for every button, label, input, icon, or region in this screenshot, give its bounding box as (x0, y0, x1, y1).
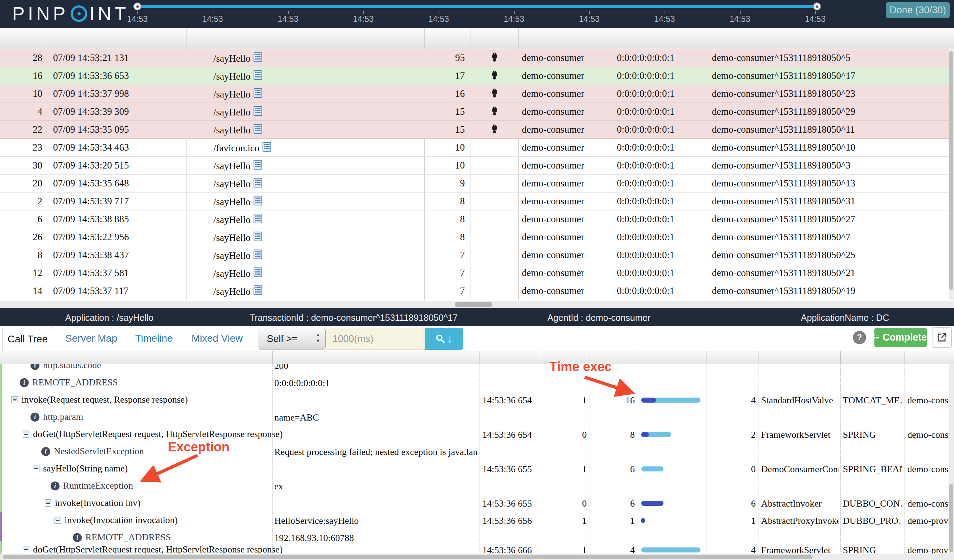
transaction-info-bar: Application : /sayHello TransactionId : … (0, 308, 954, 326)
transaction-row[interactable]: 2207/09 14:53:35 095/sayHello15demo-cons… (0, 121, 954, 139)
call-tree-row[interactable]: iREMOTE_ADDRESS0:0:0:0:0:0:0:1 (0, 374, 949, 392)
transaction-number: 16 (0, 70, 42, 81)
call-tree-exec-ms: 4 (591, 545, 635, 554)
transaction-row[interactable]: 407/09 14:53:39 309/sayHello15demo-consu… (0, 103, 954, 121)
call-tree-row[interactable]: invoke(Invocation invocation)HelloServic… (0, 512, 949, 529)
call-tree-horizontal-scrollbar-thumb[interactable] (3, 555, 813, 559)
flame-icon (491, 89, 499, 100)
done-button[interactable]: Done (30/30) (886, 2, 950, 18)
transactions-table-body: 2807/09 14:53:21 131/sayHello95demo-cons… (0, 49, 954, 300)
timeline-right-handle[interactable] (813, 3, 821, 10)
transaction-row[interactable]: 607/09 14:53:38 885/sayHello8demo-consum… (0, 210, 954, 229)
exec-percent-bar-self (641, 432, 649, 437)
timeline-track[interactable] (137, 5, 817, 8)
tab-timeline[interactable]: Timeline (135, 333, 173, 344)
exec-percent-bar-self (641, 501, 664, 506)
timeline-tick-mark (740, 11, 740, 14)
call-tree-self-ms: 1 (708, 516, 756, 526)
collapse-expander-icon[interactable] (33, 465, 39, 472)
call-tree-row[interactable]: ihttp.status.code200 (0, 364, 949, 374)
transaction-start-time: 07/09 14:53:37 117 (53, 285, 129, 297)
open-in-new-button[interactable] (932, 327, 952, 348)
timeline-left-handle[interactable] (133, 3, 141, 10)
collapse-expander-icon[interactable] (55, 516, 61, 524)
call-tree-row[interactable]: invoke(Request request, Response respons… (0, 392, 949, 409)
transaction-path-text: /sayHello (214, 232, 250, 243)
transaction-detail-icon[interactable] (254, 232, 262, 244)
call-tree-agent: demo-consumer (907, 498, 949, 509)
call-tree-row[interactable]: invoke(Invocation inv)14:53:36 655066Abs… (0, 495, 949, 512)
transaction-response-ms: 8 (424, 196, 465, 207)
transaction-row[interactable]: 3007/09 14:53:20 515/sayHello10demo-cons… (0, 157, 954, 174)
transactions-horizontal-scrollbar-thumb[interactable] (455, 302, 492, 307)
timeline-tick-label: 14:53 (730, 14, 750, 24)
transaction-detail-icon[interactable] (254, 214, 262, 226)
transaction-row[interactable]: 807/09 14:53:38 437/sayHello7demo-consum… (0, 246, 954, 264)
logo-text-left: PINP (12, 3, 69, 24)
transaction-row[interactable]: 2807/09 14:53:21 131/sayHello95demo-cons… (0, 49, 954, 67)
collapse-expander-icon[interactable] (11, 396, 18, 403)
transaction-path: /sayHello (214, 106, 262, 118)
annotation-exception: Exception (168, 440, 229, 454)
transaction-detail-icon[interactable] (254, 124, 262, 136)
call-tree-row[interactable]: ihttp.paramname=ABC (0, 409, 949, 426)
call-tree-self-ms: 6 (708, 498, 756, 509)
tab-call-tree[interactable]: Call Tree (2, 327, 53, 351)
depth-strip-consumer (0, 460, 2, 478)
transaction-row[interactable]: 1407/09 14:53:37 117/sayHello7demo-consu… (0, 282, 954, 300)
timeline-tick-mark (439, 11, 440, 14)
exec-percent-bar-self (641, 398, 656, 403)
transaction-row[interactable]: 1007/09 14:53:37 998/sayHello16demo-cons… (0, 85, 954, 103)
transaction-path: /sayHello (214, 160, 262, 172)
transaction-detail-icon[interactable] (254, 88, 262, 100)
exec-percent-bar (641, 467, 664, 471)
transaction-detail-icon[interactable] (254, 70, 262, 82)
transaction-row[interactable]: 1207/09 14:53:37 581/sayHello7demo-consu… (0, 264, 954, 282)
transaction-number: 22 (0, 124, 42, 135)
transaction-response-ms: 10 (424, 142, 465, 153)
call-tree-vertical-scrollbar-thumb[interactable] (949, 484, 953, 552)
transaction-row[interactable]: 1607/09 14:53:36 653/sayHello17demo-cons… (0, 67, 954, 85)
transaction-row[interactable]: 2607/09 14:53:22 956/sayHello8demo-consu… (0, 229, 954, 246)
collapse-expander-icon[interactable] (23, 546, 30, 553)
call-tree-row[interactable]: iNestedServletExceptionRequest processin… (0, 443, 949, 460)
collapse-expander-icon[interactable] (45, 499, 51, 507)
transaction-row[interactable]: 207/09 14:53:39 717/sayHello8demo-consum… (0, 193, 954, 210)
transaction-row[interactable]: 2307/09 14:53:34 463/favicon.ico10demo-c… (0, 139, 954, 157)
transaction-detail-icon[interactable] (254, 52, 262, 65)
ms-threshold-input[interactable]: 1000(ms) (326, 328, 425, 350)
transaction-detail-icon[interactable] (262, 142, 271, 154)
transaction-detail-icon[interactable] (254, 268, 262, 280)
call-tree-class: AbstractInvoker (761, 498, 839, 509)
transaction-detail-icon[interactable] (254, 160, 262, 172)
transaction-detail-icon[interactable] (254, 178, 262, 190)
call-tree-agent: demo-consumer (907, 395, 949, 406)
transaction-start-time: 07/09 14:53:37 998 (53, 88, 129, 99)
transaction-detail-icon[interactable] (254, 196, 262, 208)
transaction-start-time: 07/09 14:53:38 885 (53, 214, 129, 225)
transactions-vertical-scrollbar-thumb[interactable] (949, 51, 953, 290)
transaction-path: /favicon.ico (214, 142, 271, 154)
depth-strip-consumer (0, 364, 2, 374)
tab-server-map[interactable]: Server Map (65, 333, 117, 344)
self-filter-select[interactable]: Self >= ▲▼ (259, 328, 326, 350)
depth-strip-consumer (0, 426, 2, 443)
tab-mixed-view[interactable]: Mixed View (192, 333, 243, 344)
call-tree-row[interactable]: iRuntimeExceptionex (0, 478, 949, 495)
transaction-number: 14 (0, 285, 42, 297)
collapse-expander-icon[interactable] (23, 431, 30, 438)
transaction-detail-icon[interactable] (254, 285, 262, 297)
transaction-detail-icon[interactable] (254, 249, 262, 262)
call-tree-row[interactable]: doGet(HttpServletRequest request, HttpSe… (0, 426, 949, 443)
timeline-tick-label: 14:53 (277, 14, 298, 24)
filter-search-button[interactable]: ↓ (425, 328, 463, 350)
complete-button[interactable]: Complete (874, 328, 927, 347)
transaction-path-text: /sayHello (214, 215, 250, 226)
call-tree-row[interactable]: sayHello(String name)14:53:36 655160Demo… (0, 460, 949, 478)
transaction-row[interactable]: 2007/09 14:53:35 648/sayHello9demo-consu… (0, 174, 954, 193)
call-tree-row[interactable]: doGet(HttpServletRequest request, HttpSe… (0, 541, 949, 554)
help-button[interactable]: ? (853, 331, 866, 344)
transaction-detail-icon[interactable] (254, 106, 262, 118)
call-tree-gap-ms: 1 (542, 516, 587, 526)
call-tree-api: DUBBO_PRO… (843, 516, 903, 526)
